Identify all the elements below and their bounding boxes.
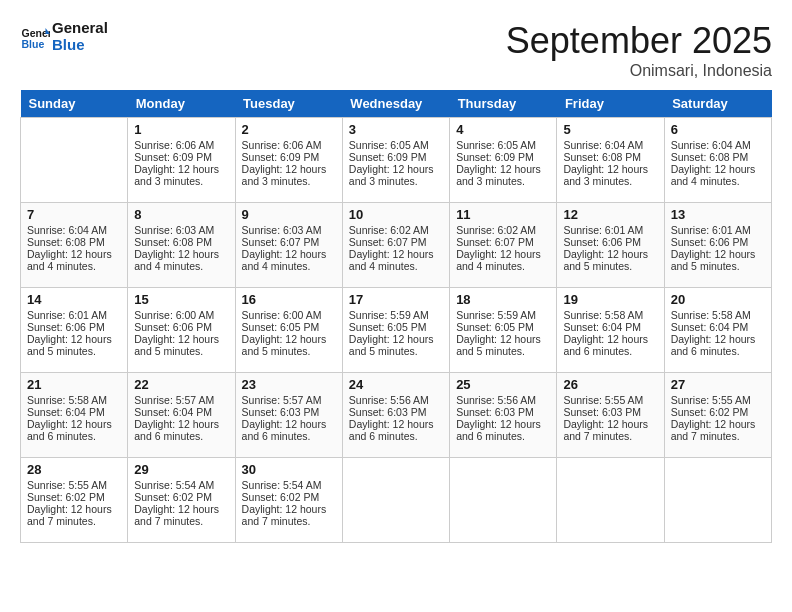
day-info: Sunrise: 5:55 AM [671,394,765,406]
day-info: and 5 minutes. [349,345,443,357]
day-info: Daylight: 12 hours [563,333,657,345]
day-info: Sunset: 6:06 PM [27,321,121,333]
svg-text:Blue: Blue [22,37,45,49]
calendar-cell: 30Sunrise: 5:54 AMSunset: 6:02 PMDayligh… [235,458,342,543]
day-info: Daylight: 12 hours [134,418,228,430]
day-info: Sunset: 6:04 PM [27,406,121,418]
calendar-cell [664,458,771,543]
day-info: Daylight: 12 hours [134,333,228,345]
day-info: Sunset: 6:09 PM [456,151,550,163]
day-info: and 7 minutes. [242,515,336,527]
calendar-cell: 20Sunrise: 5:58 AMSunset: 6:04 PMDayligh… [664,288,771,373]
day-info: Sunrise: 5:55 AM [27,479,121,491]
day-info: and 4 minutes. [349,260,443,272]
day-info: Daylight: 12 hours [242,503,336,515]
day-info: Daylight: 12 hours [349,418,443,430]
calendar-week-row: 28Sunrise: 5:55 AMSunset: 6:02 PMDayligh… [21,458,772,543]
day-number: 16 [242,292,336,307]
day-info: Sunrise: 6:04 AM [27,224,121,236]
logo-blue: Blue [52,37,108,54]
day-info: and 6 minutes. [456,430,550,442]
day-number: 22 [134,377,228,392]
day-number: 19 [563,292,657,307]
day-info: Sunset: 6:08 PM [134,236,228,248]
calendar-cell: 14Sunrise: 6:01 AMSunset: 6:06 PMDayligh… [21,288,128,373]
day-info: Sunrise: 6:06 AM [242,139,336,151]
calendar-cell: 23Sunrise: 5:57 AMSunset: 6:03 PMDayligh… [235,373,342,458]
day-info: Sunrise: 6:02 AM [349,224,443,236]
calendar-cell: 5Sunrise: 6:04 AMSunset: 6:08 PMDaylight… [557,118,664,203]
day-info: Daylight: 12 hours [242,248,336,260]
calendar-cell: 2Sunrise: 6:06 AMSunset: 6:09 PMDaylight… [235,118,342,203]
day-number: 11 [456,207,550,222]
day-info: and 7 minutes. [134,515,228,527]
day-number: 21 [27,377,121,392]
day-number: 27 [671,377,765,392]
calendar-cell: 13Sunrise: 6:01 AMSunset: 6:06 PMDayligh… [664,203,771,288]
calendar-cell: 29Sunrise: 5:54 AMSunset: 6:02 PMDayligh… [128,458,235,543]
weekday-header-monday: Monday [128,90,235,118]
day-info: Sunrise: 6:01 AM [671,224,765,236]
day-info: and 3 minutes. [349,175,443,187]
day-info: Daylight: 12 hours [242,163,336,175]
day-info: and 3 minutes. [563,175,657,187]
day-info: Sunrise: 6:04 AM [671,139,765,151]
day-info: Sunset: 6:02 PM [27,491,121,503]
calendar-cell: 26Sunrise: 5:55 AMSunset: 6:03 PMDayligh… [557,373,664,458]
day-info: Sunrise: 5:58 AM [563,309,657,321]
day-number: 13 [671,207,765,222]
day-info: Sunset: 6:07 PM [349,236,443,248]
day-info: and 5 minutes. [456,345,550,357]
logo-icon: General Blue [20,22,50,52]
day-info: Sunset: 6:08 PM [563,151,657,163]
logo: General Blue General Blue [20,20,108,53]
day-info: Sunrise: 5:57 AM [242,394,336,406]
day-number: 4 [456,122,550,137]
day-number: 25 [456,377,550,392]
weekday-header-tuesday: Tuesday [235,90,342,118]
day-info: Sunset: 6:05 PM [349,321,443,333]
page-header: General Blue General Blue September 2025… [20,20,772,80]
day-info: and 6 minutes. [27,430,121,442]
calendar-cell: 24Sunrise: 5:56 AMSunset: 6:03 PMDayligh… [342,373,449,458]
calendar-header-row: SundayMondayTuesdayWednesdayThursdayFrid… [21,90,772,118]
day-info: and 4 minutes. [242,260,336,272]
weekday-header-saturday: Saturday [664,90,771,118]
day-info: and 5 minutes. [134,345,228,357]
day-info: and 5 minutes. [671,260,765,272]
day-number: 8 [134,207,228,222]
day-number: 28 [27,462,121,477]
day-info: Sunset: 6:09 PM [134,151,228,163]
day-info: Sunset: 6:04 PM [134,406,228,418]
calendar-cell [21,118,128,203]
calendar-cell: 12Sunrise: 6:01 AMSunset: 6:06 PMDayligh… [557,203,664,288]
day-info: Sunset: 6:09 PM [349,151,443,163]
day-info: Sunrise: 5:56 AM [456,394,550,406]
day-info: Sunrise: 6:02 AM [456,224,550,236]
day-info: Daylight: 12 hours [456,248,550,260]
day-info: Sunrise: 5:59 AM [456,309,550,321]
calendar-cell: 8Sunrise: 6:03 AMSunset: 6:08 PMDaylight… [128,203,235,288]
day-info: and 4 minutes. [134,260,228,272]
title-section: September 2025 Onimsari, Indonesia [506,20,772,80]
day-info: Sunset: 6:07 PM [456,236,550,248]
day-number: 14 [27,292,121,307]
day-info: and 7 minutes. [563,430,657,442]
day-info: Sunrise: 6:01 AM [563,224,657,236]
day-info: Daylight: 12 hours [27,418,121,430]
day-number: 15 [134,292,228,307]
day-number: 24 [349,377,443,392]
day-info: Sunrise: 5:54 AM [242,479,336,491]
weekday-header-sunday: Sunday [21,90,128,118]
location: Onimsari, Indonesia [506,62,772,80]
calendar-week-row: 14Sunrise: 6:01 AMSunset: 6:06 PMDayligh… [21,288,772,373]
calendar-cell: 3Sunrise: 6:05 AMSunset: 6:09 PMDaylight… [342,118,449,203]
calendar-week-row: 1Sunrise: 6:06 AMSunset: 6:09 PMDaylight… [21,118,772,203]
day-number: 18 [456,292,550,307]
calendar-cell: 10Sunrise: 6:02 AMSunset: 6:07 PMDayligh… [342,203,449,288]
day-number: 10 [349,207,443,222]
day-number: 17 [349,292,443,307]
day-info: Sunrise: 6:03 AM [242,224,336,236]
day-number: 1 [134,122,228,137]
day-info: Sunrise: 5:54 AM [134,479,228,491]
